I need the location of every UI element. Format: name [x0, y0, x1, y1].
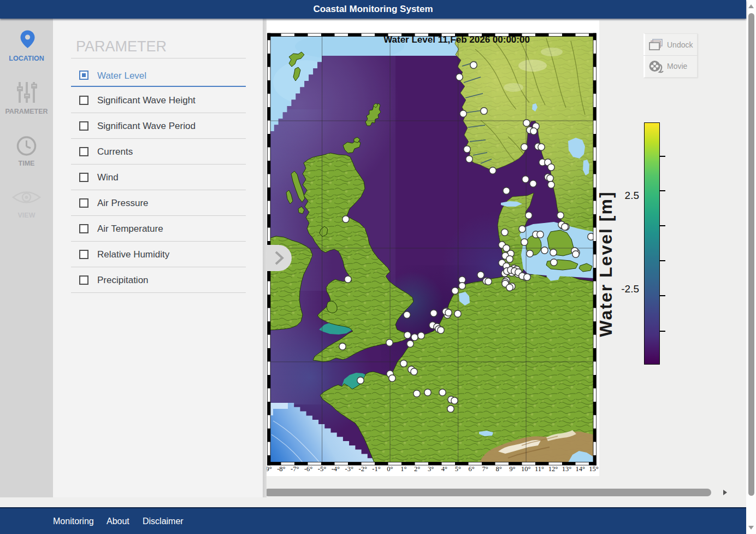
- svg-text:-3°: -3°: [345, 465, 353, 473]
- svg-text:2°: 2°: [414, 465, 420, 473]
- svg-text:8°: 8°: [495, 465, 501, 473]
- svg-text:3°: 3°: [428, 465, 434, 473]
- svg-text:-8°: -8°: [277, 465, 285, 473]
- svg-text:15°: 15°: [589, 465, 599, 473]
- svg-text:4°: 4°: [441, 465, 447, 473]
- svg-text:14°: 14°: [575, 465, 585, 473]
- svg-text:-2°: -2°: [358, 465, 367, 473]
- svg-text:6°: 6°: [469, 465, 475, 473]
- svg-text:1°: 1°: [400, 465, 406, 473]
- svg-text:-4°: -4°: [332, 465, 340, 473]
- svg-text:-1°: -1°: [372, 465, 380, 473]
- svg-text:12°: 12°: [548, 465, 558, 473]
- svg-text:11°: 11°: [535, 465, 544, 473]
- svg-text:10°: 10°: [521, 465, 531, 473]
- svg-text:7°: 7°: [482, 465, 488, 473]
- svg-text:9°: 9°: [509, 465, 515, 473]
- svg-text:-5°: -5°: [318, 465, 326, 473]
- svg-text:-7°: -7°: [291, 465, 299, 473]
- svg-text:13°: 13°: [562, 465, 572, 473]
- svg-text:5°: 5°: [455, 465, 461, 473]
- svg-text:-9°: -9°: [267, 465, 272, 473]
- svg-text:Water Level 11,Feb 2026 00:00:: Water Level 11,Feb 2026 00:00:00: [383, 34, 530, 45]
- svg-text:-6°: -6°: [304, 465, 312, 473]
- svg-text:0°: 0°: [387, 465, 393, 473]
